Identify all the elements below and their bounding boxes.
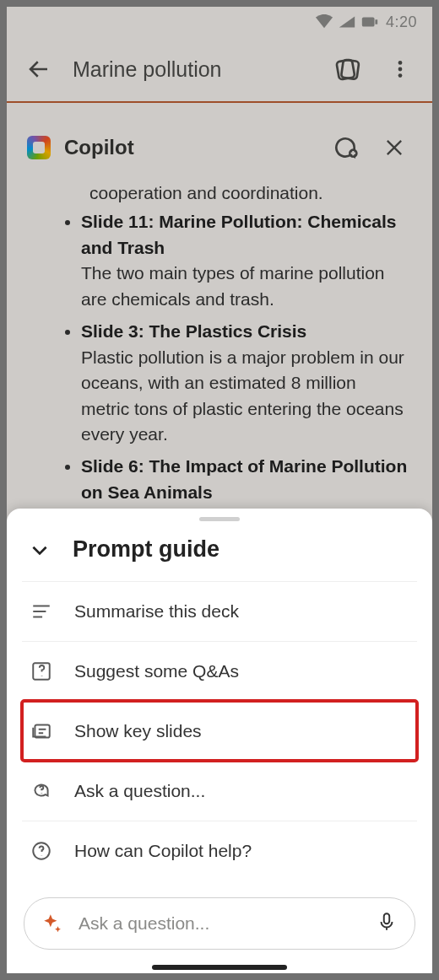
menu-item-label: Show key slides — [74, 721, 202, 741]
prompt-menu: Summarise this deck Suggest some Q&As Sh… — [7, 581, 432, 884]
microphone-icon — [376, 909, 398, 934]
prompt-guide-sheet: Prompt guide Summarise this deck Suggest… — [7, 509, 432, 973]
svg-rect-7 — [35, 724, 49, 737]
mic-button[interactable] — [376, 909, 398, 938]
menu-item-show-key-slides[interactable]: Show key slides — [22, 701, 417, 761]
menu-item-summarise[interactable]: Summarise this deck — [22, 581, 417, 641]
menu-item-copilot-help[interactable]: How can Copilot help? — [22, 821, 417, 880]
sparkle-icon — [41, 913, 63, 934]
chevron-down-icon — [27, 537, 52, 563]
chat-input-area: Ask a question... — [7, 884, 432, 973]
help-icon — [29, 838, 54, 864]
qa-icon — [29, 659, 54, 684]
menu-item-label: Summarise this deck — [74, 601, 239, 622]
nav-bar-pill[interactable] — [152, 965, 287, 970]
sheet-title: Prompt guide — [73, 536, 220, 563]
svg-rect-9 — [384, 913, 390, 923]
sheet-header[interactable]: Prompt guide — [7, 525, 432, 581]
chat-input[interactable]: Ask a question... — [24, 897, 415, 950]
summary-icon — [29, 599, 54, 624]
menu-item-suggest-qa[interactable]: Suggest some Q&As — [22, 641, 417, 701]
drag-handle[interactable] — [199, 517, 240, 521]
menu-item-label: Suggest some Q&As — [74, 661, 239, 681]
menu-item-label: How can Copilot help? — [74, 841, 252, 861]
menu-item-label: Ask a question... — [74, 781, 205, 801]
chat-input-placeholder: Ask a question... — [79, 913, 360, 934]
slides-icon — [29, 719, 54, 744]
chat-question-icon — [29, 778, 54, 804]
menu-item-ask-question[interactable]: Ask a question... — [22, 761, 417, 821]
